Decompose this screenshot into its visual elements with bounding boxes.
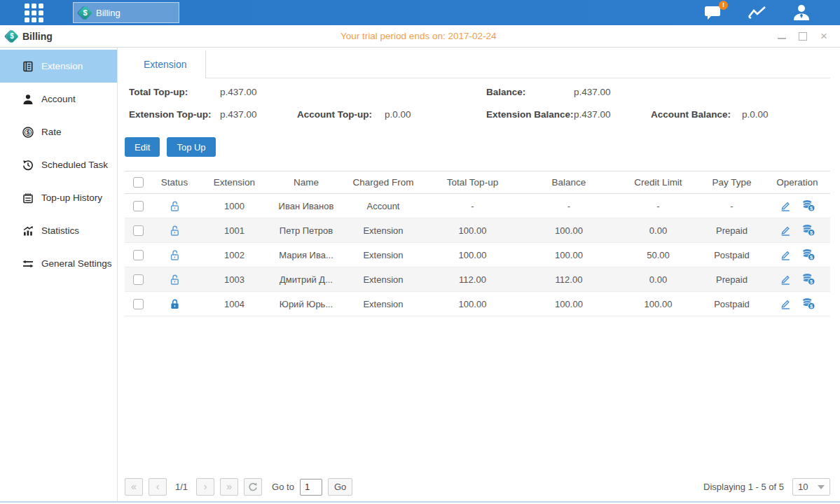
next-page-button[interactable]: › [196,478,214,496]
summary-label: Balance: [486,87,525,97]
sidebar-item-label: Account [41,94,76,104]
row-checkbox[interactable] [133,299,144,309]
cell-name: Мария Ива... [271,250,341,260]
top-up-row-icon[interactable]: $ [801,224,815,237]
sidebar-item-topup-history[interactable]: Top-up History [0,181,117,214]
user-account-icon[interactable] [792,4,811,21]
col-status: Status [151,177,198,188]
app-grid-icon[interactable] [25,4,43,22]
col-charged-from: Charged From [341,177,425,188]
messages-icon[interactable]: ! [704,5,722,20]
summary-value: p.437.00 [220,87,257,97]
table-row: 1001 Петр Петров Extension 100.00 100.00… [125,218,830,243]
col-pay-type: Pay Type [698,177,765,188]
edit-row-icon[interactable] [779,248,792,261]
summary-value: p.437.00 [574,87,611,97]
edit-button[interactable]: Edit [125,137,160,157]
sidebar-item-account[interactable]: Account [0,83,117,115]
cell-pay-type: Postpaid [698,250,765,260]
summary-label: Extension Top-up: [129,109,212,120]
status-unlocked-icon [169,224,181,234]
maximize-icon[interactable] [798,31,808,41]
taskbar-app-label: Billing [96,8,121,18]
sidebar: Extension Account $ Rate Scheduled Task [0,48,118,501]
extension-icon [22,61,34,72]
edit-row-icon[interactable] [779,224,792,237]
sidebar-item-extension[interactable]: Extension [0,50,117,83]
minimize-icon[interactable] [777,31,787,41]
last-page-button[interactable]: » [220,478,238,496]
cell-name: Иван Иванов [271,201,341,211]
toolbar: Edit Top Up [125,137,830,157]
cell-pay-type: Postpaid [698,299,765,309]
row-checkbox[interactable] [133,250,144,260]
col-name: Name [271,177,341,188]
cell-balance: 100.00 [520,250,618,260]
svg-text:$: $ [27,129,30,136]
tab-extension[interactable]: Extension [125,50,206,78]
cell-extension: 1004 [198,299,271,309]
refresh-button[interactable] [244,478,262,496]
table-row: 1004 Юрий Юрь... Extension 100.00 100.00… [125,292,830,316]
cell-extension: 1002 [198,250,271,260]
monitor-chart-icon[interactable] [748,5,767,20]
first-page-button[interactable]: « [125,478,143,496]
cell-charged-from: Extension [341,274,425,285]
edit-row-icon[interactable] [779,200,792,212]
go-button[interactable]: Go [328,478,352,496]
displaying-info: Displaying 1 - 5 of 5 [703,482,784,492]
sidebar-item-scheduled-task[interactable]: Scheduled Task [0,148,117,181]
row-checkbox[interactable] [133,225,144,236]
select-all-checkbox[interactable] [133,177,144,188]
pagination-bar: « ‹ 1/1 › » Go to Go Displaying 1 - 5 of… [125,478,830,496]
window-titlebar: $ Billing Your trial period ends on: 201… [0,25,840,48]
status-unlocked-icon [169,200,181,210]
cell-balance: - [520,201,618,211]
table-row: 1002 Мария Ива... Extension 100.00 100.0… [125,243,830,267]
cell-name: Петр Петров [271,225,341,236]
top-up-row-icon[interactable]: $ [801,298,815,310]
sidebar-item-general-settings[interactable]: General Settings [0,247,117,280]
cell-total-topup: - [425,201,520,211]
table-row: 1000 Иван Иванов Account - - - - $ [125,194,830,218]
trial-notice: Your trial period ends on: 2017-02-24 [340,31,496,41]
summary-value: p.437.00 [220,109,257,120]
col-extension: Extension [198,177,271,188]
sidebar-item-rate[interactable]: $ Rate [0,115,117,148]
top-up-row-icon[interactable]: $ [801,248,815,261]
cell-credit-limit: 100.00 [618,299,698,309]
billing-summary: Total Top-up: p.437.00 Balance: p.437.00… [125,78,830,133]
cell-total-topup: 100.00 [425,299,520,309]
page-size-select[interactable]: 10 [792,478,830,496]
billing-window-icon: $ [5,29,19,43]
row-checkbox[interactable] [133,201,144,211]
cell-credit-limit: 0.00 [618,274,698,285]
edit-row-icon[interactable] [779,273,792,286]
extensions-table: Status Extension Name Charged From Total… [125,171,830,316]
prev-page-button[interactable]: ‹ [149,478,167,496]
edit-row-icon[interactable] [779,298,792,310]
top-up-row-icon[interactable]: $ [801,273,815,286]
top-up-button[interactable]: Top Up [167,137,215,157]
cell-pay-type: Prepaid [698,225,765,236]
refresh-icon [248,482,258,492]
table-header-row: Status Extension Name Charged From Total… [125,171,830,194]
row-checkbox[interactable] [133,274,144,285]
page-size-value: 10 [798,482,808,492]
taskbar-app-billing[interactable]: $ Billing [73,2,179,23]
summary-label: Account Top-up: [297,109,372,120]
topup-history-icon [22,192,34,204]
cell-credit-limit: 50.00 [618,250,698,260]
sidebar-item-label: Extension [41,61,83,71]
summary-label: Account Balance: [651,109,731,120]
goto-page-input[interactable] [300,479,322,496]
col-credit-limit: Credit Limit [618,177,698,188]
status-locked-icon [169,298,181,308]
close-icon[interactable]: × [819,31,829,41]
cell-extension: 1003 [198,274,271,285]
sidebar-item-statistics[interactable]: Statistics [0,214,117,247]
cell-charged-from: Extension [341,225,425,236]
top-up-row-icon[interactable]: $ [801,200,815,212]
summary-label: Total Top-up: [129,87,188,97]
scheduled-task-icon [22,160,34,171]
